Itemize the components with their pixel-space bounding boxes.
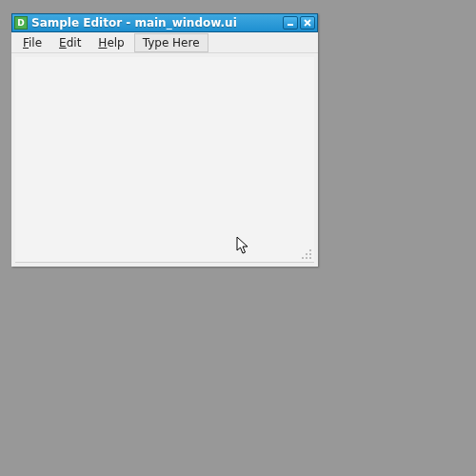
svg-rect-0: [288, 24, 293, 26]
app-icon: D: [14, 16, 28, 30]
resize-grip-icon[interactable]: [301, 248, 312, 260]
menubar: File Edit Help Type Here: [11, 32, 318, 53]
svg-point-5: [306, 257, 307, 259]
minimize-button[interactable]: [283, 16, 298, 30]
svg-point-4: [302, 257, 304, 259]
menu-help[interactable]: Help: [90, 34, 131, 51]
menu-type-here[interactable]: Type Here: [134, 33, 208, 52]
svg-point-2: [306, 253, 307, 255]
menu-edit[interactable]: Edit: [51, 34, 89, 51]
window-controls: [283, 16, 315, 30]
design-canvas[interactable]: [15, 57, 314, 263]
close-button[interactable]: [300, 16, 315, 30]
svg-point-6: [309, 257, 311, 259]
svg-point-3: [309, 253, 311, 255]
titlebar[interactable]: D Sample Editor - main_window.ui: [11, 13, 318, 32]
svg-point-1: [309, 249, 311, 251]
editor-window: D Sample Editor - main_window.ui File Ed…: [11, 13, 318, 267]
window-title: Sample Editor - main_window.ui: [31, 16, 279, 30]
canvas-area: [11, 53, 318, 267]
menu-file[interactable]: File: [15, 34, 50, 51]
